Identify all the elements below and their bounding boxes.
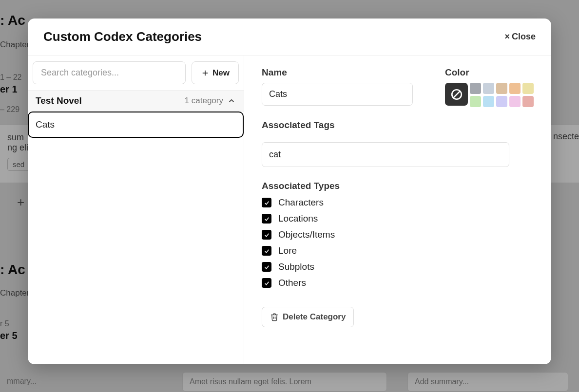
search-input[interactable]: [33, 61, 186, 84]
name-label: Name: [262, 67, 413, 78]
close-button[interactable]: × Close: [504, 32, 536, 42]
check-icon: [264, 216, 270, 222]
type-label-4: Subplots: [278, 261, 314, 272]
color-swatch-4[interactable]: [522, 83, 534, 94]
type-checkbox-1[interactable]: [262, 214, 271, 224]
chevron-up-icon: [227, 96, 236, 105]
modal-title: Custom Codex Categories: [43, 29, 202, 44]
new-category-button[interactable]: New: [192, 61, 239, 84]
name-input[interactable]: [262, 83, 413, 106]
type-label-1: Locations: [278, 213, 318, 224]
trash-icon: [270, 313, 279, 321]
category-list: Cats: [28, 112, 244, 138]
color-swatch-5[interactable]: [470, 96, 481, 107]
left-pane: New Test Novel 1 category Cats: [28, 56, 244, 364]
type-label-5: Others: [278, 278, 306, 288]
close-label: Close: [512, 32, 536, 42]
delete-label: Delete Category: [283, 312, 346, 322]
check-icon: [264, 280, 270, 286]
color-swatch-6[interactable]: [483, 96, 494, 107]
right-pane: Name Color: [244, 56, 551, 364]
color-swatch-7[interactable]: [496, 96, 507, 107]
new-label: New: [212, 68, 230, 78]
type-row-5: Others: [262, 278, 534, 288]
type-label-2: Objects/Items: [278, 229, 335, 240]
type-checkbox-2[interactable]: [262, 230, 271, 240]
type-checkbox-0[interactable]: [262, 198, 271, 207]
type-checkbox-3[interactable]: [262, 246, 271, 256]
type-row-3: Lore: [262, 245, 534, 256]
check-icon: [264, 232, 270, 238]
color-swatch-9[interactable]: [522, 96, 534, 107]
color-label: Color: [445, 67, 534, 78]
category-item-selected[interactable]: Cats: [28, 112, 244, 138]
modal: Custom Codex Categories × Close New: [28, 19, 551, 364]
color-none-swatch[interactable]: [445, 83, 468, 106]
plus-icon: [201, 69, 210, 77]
svg-line-3: [453, 91, 460, 98]
type-row-1: Locations: [262, 213, 534, 224]
color-swatch-1[interactable]: [483, 83, 494, 94]
novel-title: Test Novel: [36, 95, 82, 106]
tags-input[interactable]: [262, 142, 509, 167]
type-label-3: Lore: [278, 245, 297, 256]
check-icon: [264, 264, 270, 270]
check-icon: [264, 200, 270, 206]
type-row-2: Objects/Items: [262, 229, 534, 240]
novel-group-header[interactable]: Test Novel 1 category: [28, 91, 244, 112]
color-swatch-0[interactable]: [470, 83, 481, 94]
check-icon: [264, 248, 270, 254]
type-row-4: Subplots: [262, 261, 534, 272]
types-label: Associated Types: [262, 181, 534, 191]
tags-label: Associated Tags: [262, 120, 534, 131]
no-color-icon: [450, 88, 463, 101]
color-swatch-2[interactable]: [496, 83, 507, 94]
type-checkbox-5[interactable]: [262, 278, 271, 288]
color-swatch-3[interactable]: [509, 83, 521, 94]
color-swatch-8[interactable]: [509, 96, 521, 107]
close-icon: ×: [504, 32, 510, 42]
type-row-0: Characters: [262, 197, 534, 208]
category-count: 1 category: [185, 96, 223, 106]
modal-overlay: Custom Codex Categories × Close New: [0, 0, 579, 392]
type-checkbox-4[interactable]: [262, 262, 271, 272]
delete-category-button[interactable]: Delete Category: [262, 307, 354, 327]
type-label-0: Characters: [278, 197, 324, 208]
modal-header: Custom Codex Categories × Close: [28, 19, 551, 56]
